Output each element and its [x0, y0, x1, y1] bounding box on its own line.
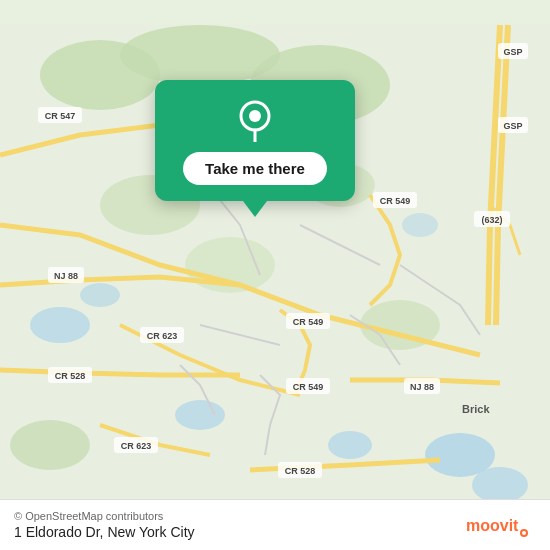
address-info: © OpenStreetMap contributors 1 Eldorado …	[14, 510, 195, 540]
moovit-logo-svg: moovit	[466, 511, 536, 539]
svg-point-7	[402, 213, 438, 237]
moovit-logo: moovit	[466, 511, 536, 539]
svg-text:NJ 88: NJ 88	[54, 271, 78, 281]
svg-point-4	[328, 431, 372, 459]
svg-point-48	[522, 531, 526, 535]
address-text: 1 Eldorado Dr, New York City	[14, 524, 195, 540]
svg-text:CR 623: CR 623	[121, 441, 152, 451]
svg-text:CR 549: CR 549	[380, 196, 411, 206]
bottom-bar: © OpenStreetMap contributors 1 Eldorado …	[0, 499, 550, 550]
svg-text:CR 528: CR 528	[55, 371, 86, 381]
svg-text:CR 547: CR 547	[45, 111, 76, 121]
svg-text:NJ 88: NJ 88	[410, 382, 434, 392]
svg-point-6	[472, 467, 528, 503]
svg-text:CR 623: CR 623	[147, 331, 178, 341]
take-me-there-button[interactable]: Take me there	[183, 152, 327, 185]
svg-point-15	[10, 420, 90, 470]
svg-text:CR 528: CR 528	[285, 466, 316, 476]
popup-card: Take me there	[155, 80, 355, 201]
svg-text:GSP: GSP	[503, 121, 522, 131]
map-container: CR 547 GSP GSP CR 549 CR 549 CR 549 NJ 8…	[0, 0, 550, 550]
svg-text:(632): (632)	[481, 215, 502, 225]
svg-point-44	[249, 110, 261, 122]
svg-text:CR 549: CR 549	[293, 317, 324, 327]
svg-point-3	[175, 400, 225, 430]
svg-text:Brick: Brick	[462, 403, 490, 415]
svg-text:CR 549: CR 549	[293, 382, 324, 392]
copyright-text: © OpenStreetMap contributors	[14, 510, 195, 522]
svg-text:GSP: GSP	[503, 47, 522, 57]
location-pin-icon	[233, 98, 277, 142]
svg-text:moovit: moovit	[466, 517, 519, 534]
svg-point-1	[30, 307, 90, 343]
svg-point-2	[80, 283, 120, 307]
